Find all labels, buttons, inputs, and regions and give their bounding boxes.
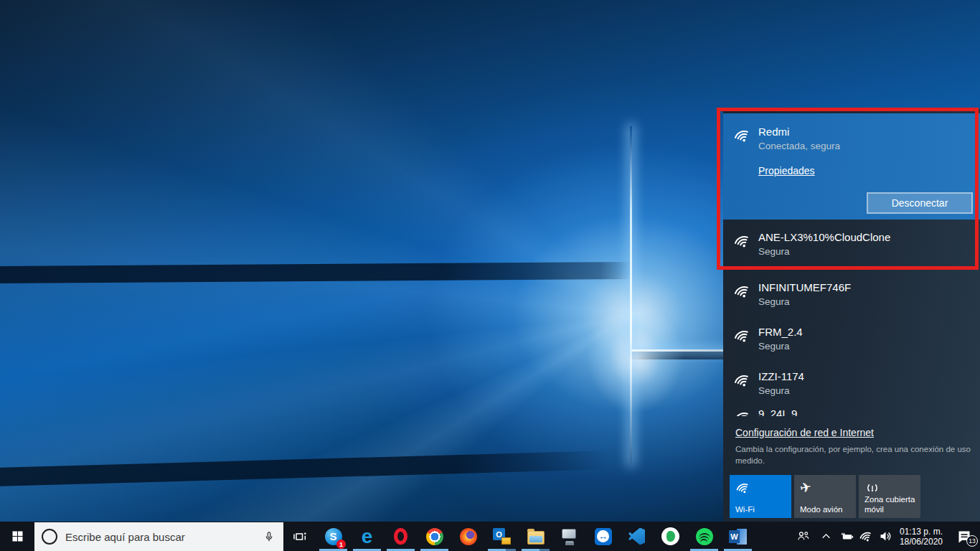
clock-date: 18/06/2020 bbox=[900, 537, 943, 547]
taskbar: 1 bbox=[0, 522, 980, 551]
outlook-icon bbox=[493, 527, 511, 545]
word-icon bbox=[729, 528, 747, 545]
quick-action-wifi[interactable]: Wi-Fi bbox=[730, 475, 791, 518]
wifi-network-item[interactable]: ANE-LX3%10%CloudClone Segura bbox=[723, 223, 980, 265]
network-ssid: IZZI-1174 bbox=[758, 369, 804, 384]
taskbar-app-skype[interactable]: 1 bbox=[316, 522, 350, 551]
connected-network-info: Redmi Conectada, segura Propiedades bbox=[758, 125, 840, 177]
network-security: Segura bbox=[758, 384, 804, 397]
battery-charging-icon bbox=[839, 529, 854, 544]
network-ssid: 9_24I_9 bbox=[758, 407, 797, 416]
network-security: Segura bbox=[758, 295, 851, 309]
network-ssid: FRM_2.4 bbox=[758, 325, 803, 339]
wifi-network-item[interactable]: FRM_2.4 Segura bbox=[723, 318, 980, 360]
taskbar-app-spotify[interactable] bbox=[687, 522, 721, 551]
network-settings-description: Cambia la configuración, por ejemplo, cr… bbox=[735, 443, 975, 466]
quick-action-label: Modo avión bbox=[800, 504, 854, 514]
taskbar-app-outlook[interactable] bbox=[485, 522, 519, 551]
task-view-icon bbox=[291, 528, 308, 545]
cortana-icon bbox=[42, 529, 57, 545]
windows-logo-icon bbox=[10, 529, 25, 544]
volume-icon bbox=[878, 529, 893, 544]
wifi-signal-icon bbox=[733, 326, 752, 345]
chevron-up-icon bbox=[819, 529, 834, 544]
wallpaper-window-glow bbox=[587, 301, 684, 413]
wifi-network-connected[interactable]: Redmi Conectada, segura Propiedades Desc… bbox=[723, 113, 980, 220]
taskbar-app-file-explorer[interactable] bbox=[519, 522, 552, 551]
connected-network-ssid: Redmi bbox=[758, 125, 840, 139]
quick-action-label: Wi-Fi bbox=[735, 504, 789, 514]
network-status[interactable] bbox=[857, 522, 876, 551]
skype-notification-badge: 1 bbox=[336, 540, 346, 549]
taskbar-app-firefox[interactable] bbox=[451, 522, 485, 551]
vscode-icon bbox=[628, 528, 645, 545]
wifi-signal-icon bbox=[733, 371, 752, 390]
taskbar-app-edge[interactable] bbox=[350, 522, 384, 551]
taskbar-app-evernote[interactable] bbox=[654, 522, 687, 551]
action-center-button[interactable]: 13 bbox=[948, 522, 980, 551]
taskbar-app-teamviewer[interactable] bbox=[586, 522, 620, 551]
wifi-signal-icon bbox=[733, 232, 752, 250]
airplane-icon: ✈ bbox=[798, 479, 813, 497]
battery-status[interactable] bbox=[837, 522, 857, 551]
connected-network-status: Conectada, segura bbox=[758, 139, 840, 153]
network-ssid: ANE-LX3%10%CloudClone bbox=[758, 230, 890, 245]
quick-action-label: Zona cubierta móvil bbox=[864, 494, 918, 514]
wifi-flyout-panel: Redmi Conectada, segura Propiedades Desc… bbox=[723, 109, 980, 522]
firefox-icon bbox=[460, 528, 477, 545]
quick-action-airplane-mode[interactable]: ✈ Modo avión bbox=[794, 475, 856, 518]
wifi-signal-icon bbox=[733, 408, 752, 416]
wifi-network-item[interactable]: IZZI-1174 Segura bbox=[723, 362, 980, 405]
people-icon bbox=[796, 529, 811, 544]
wifi-signal-icon bbox=[733, 126, 752, 145]
action-center-badge: 13 bbox=[966, 535, 978, 547]
people-button[interactable] bbox=[791, 522, 816, 551]
wifi-network-item[interactable]: INFINITUMEF746F Segura bbox=[723, 273, 980, 316]
volume-status[interactable] bbox=[876, 522, 895, 551]
microphone-icon[interactable] bbox=[262, 529, 276, 544]
taskbar-app-remote-desktop[interactable] bbox=[552, 522, 586, 551]
wallpaper-window-vertical-edge bbox=[630, 126, 632, 463]
wifi-icon bbox=[859, 529, 874, 544]
clock-time: 01:13 p. m. bbox=[900, 527, 943, 537]
spotify-icon bbox=[696, 528, 713, 545]
mobile-hotspot-icon bbox=[864, 480, 880, 496]
disconnect-button[interactable]: Desconectar bbox=[867, 192, 973, 214]
taskbar-app-opera[interactable] bbox=[384, 522, 418, 551]
file-explorer-icon bbox=[527, 531, 545, 545]
system-tray: 01:13 p. m. 18/06/2020 13 bbox=[791, 522, 980, 551]
chrome-icon bbox=[426, 528, 443, 545]
evernote-icon bbox=[661, 527, 679, 545]
network-ssid: INFINITUMEF746F bbox=[758, 281, 851, 295]
hidden-icons-button[interactable] bbox=[816, 522, 837, 551]
teamviewer-icon bbox=[595, 528, 612, 545]
properties-link[interactable]: Propiedades bbox=[758, 165, 815, 176]
windows-desktop: Redmi Conectada, segura Propiedades Desc… bbox=[0, 0, 980, 551]
task-view-button[interactable] bbox=[283, 522, 316, 551]
taskbar-app-chrome[interactable] bbox=[418, 522, 451, 551]
network-security: Segura bbox=[758, 339, 803, 353]
wifi-signal-icon bbox=[733, 282, 752, 301]
wifi-network-item-clipped[interactable]: 9_24I_9 bbox=[723, 407, 980, 416]
network-security: Segura bbox=[758, 245, 890, 258]
remote-desktop-icon bbox=[561, 527, 578, 545]
taskbar-app-vscode[interactable] bbox=[620, 522, 654, 551]
taskbar-search[interactable] bbox=[34, 522, 283, 551]
start-button[interactable] bbox=[0, 522, 34, 551]
edge-icon bbox=[358, 527, 376, 545]
flyout-footer: Configuración de red e Internet Cambia l… bbox=[730, 426, 974, 518]
taskbar-app-word[interactable] bbox=[721, 522, 755, 551]
network-settings-link[interactable]: Configuración de red e Internet bbox=[735, 427, 874, 438]
taskbar-clock[interactable]: 01:13 p. m. 18/06/2020 bbox=[895, 527, 948, 547]
opera-icon bbox=[394, 528, 407, 545]
wifi-icon bbox=[735, 480, 751, 496]
quick-actions: Wi-Fi ✈ Modo avión Zona cubierta móvil bbox=[730, 475, 974, 518]
quick-action-mobile-hotspot[interactable]: Zona cubierta móvil bbox=[859, 475, 920, 518]
search-input[interactable] bbox=[64, 530, 255, 544]
